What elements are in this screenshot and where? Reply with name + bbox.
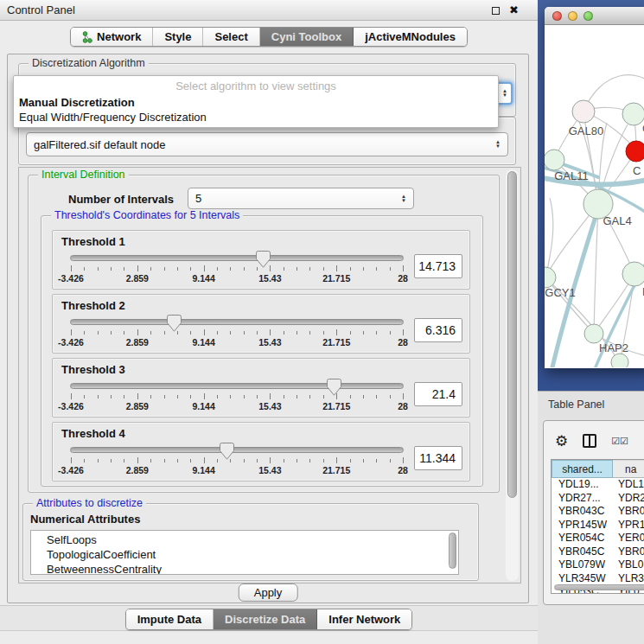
vertical-scrollbar[interactable] (506, 169, 519, 581)
node-h[interactable] (622, 262, 644, 286)
application-right-area: GAL80 GA C GAL11 GAL4 GCY1 H HAP2 Table … (538, 0, 644, 644)
node-selected-red[interactable] (626, 141, 644, 162)
numerical-attributes-list[interactable]: SelfLoopsTopologicalCoefficientBetweenne… (30, 530, 459, 575)
table-cell[interactable]: YPR145W (552, 519, 613, 532)
table-cell[interactable]: YBR045C (552, 545, 613, 559)
node-gal11[interactable] (545, 150, 564, 170)
table-row[interactable]: YPR145WYPR1 (552, 519, 644, 532)
control-panel-titlebar: Control Panel ✖ (0, 0, 538, 21)
table-cell[interactable]: YDR27... (552, 492, 613, 506)
table-cell[interactable]: YDL19... (552, 478, 613, 492)
tab-label: Select (214, 30, 247, 43)
float-window-button[interactable] (492, 7, 500, 15)
svg-text:C: C (633, 164, 641, 177)
algorithm-option[interactable]: Manual Discretization (14, 95, 498, 110)
node-gal80[interactable] (572, 100, 595, 123)
tab-network[interactable]: Network (71, 28, 153, 46)
tick-label: 28 (398, 273, 408, 284)
column-layout-icon[interactable] (583, 434, 596, 448)
network-window-titlebar (545, 7, 644, 25)
table-row[interactable]: YBR045CYBR0 (552, 545, 644, 559)
table-cell[interactable]: YBR043C (552, 505, 613, 519)
table-cell[interactable]: YBR0 (613, 505, 644, 519)
table-row[interactable]: YDL19...YDL1 (552, 478, 644, 492)
algorithm-option[interactable]: Equal Width/Frequency Discretization (14, 110, 498, 124)
attribute-list-item[interactable]: TopologicalCoefficient (47, 547, 458, 562)
select-columns-icon[interactable]: ☑☑ (611, 436, 628, 447)
threshold-value-input[interactable] (414, 382, 462, 406)
slider-tick-labels: -3.4262.8599.14415.4321.71528 (71, 273, 403, 284)
network-icon (82, 31, 92, 43)
threshold-value-input[interactable] (414, 318, 462, 342)
table-cell[interactable]: YDL1 (613, 478, 644, 492)
tab-jactivemnodules[interactable]: jActiveMNodules (354, 28, 467, 46)
table-cell[interactable]: YDR2 (613, 492, 644, 506)
node-attribute-table: shared... na YDL19...YDL1YDR27...YDR2YBR… (551, 459, 644, 594)
tab-discretize-data[interactable]: Discretize Data (214, 609, 317, 629)
network-nodes[interactable] (545, 100, 644, 367)
gear-icon[interactable]: ⚙ (555, 434, 568, 449)
apply-button[interactable]: Apply (239, 583, 298, 602)
combo-stepper[interactable]: ▲▼ (398, 194, 406, 203)
table-data-combobox[interactable]: galFiltered.sif default node ▲▼ (26, 132, 508, 156)
table-cell[interactable]: YBL079W (552, 558, 613, 572)
tab-style[interactable]: Style (153, 28, 203, 46)
threshold-slider[interactable]: -3.4262.8599.14415.4321.71528 (70, 378, 404, 414)
table-cell[interactable]: YER054C (552, 532, 613, 545)
tick-label: 15.43 (258, 401, 281, 411)
node-ga[interactable] (622, 103, 644, 125)
slider-track[interactable] (70, 255, 404, 261)
table-row[interactable]: YBR043CYBR0 (552, 505, 644, 519)
tab-select[interactable]: Select (203, 28, 259, 46)
minimize-traffic-light[interactable] (568, 11, 577, 21)
close-traffic-light[interactable] (552, 11, 562, 21)
network-canvas[interactable]: GAL80 GA C GAL11 GAL4 GCY1 H HAP2 (545, 25, 644, 367)
close-window-icon[interactable]: ✖ (509, 6, 519, 15)
number-of-intervals-combobox[interactable]: 5 ▲▼ (188, 188, 414, 209)
node-hap2[interactable] (584, 324, 603, 343)
number-of-intervals-value: 5 (195, 192, 201, 205)
table-cell[interactable]: YER0 (613, 532, 644, 545)
horizontal-scrollbar-thumb[interactable] (554, 584, 644, 590)
table-row[interactable]: YBL079WYBL0 (552, 558, 644, 572)
slider-track[interactable] (70, 319, 404, 325)
threshold-slider[interactable]: -3.4262.8599.14415.4321.71528 (70, 442, 404, 478)
tab-cyni-toolbox[interactable]: Cyni Toolbox (260, 28, 354, 46)
table-cell[interactable]: YBL0 (613, 558, 644, 572)
attribute-list-scrollbar-thumb[interactable] (449, 532, 456, 569)
combo-stepper[interactable]: ▲▼ (499, 89, 507, 98)
threshold-slider[interactable]: -3.4262.8599.14415.4321.71528 (70, 250, 404, 286)
numerical-attributes-label: Numerical Attributes (30, 513, 140, 526)
table-cell[interactable]: YBR0 (613, 545, 644, 559)
table-row[interactable]: YLR345WYLR3 (552, 572, 644, 586)
slider-tick-labels: -3.4262.8599.14415.4321.71528 (71, 401, 403, 411)
interval-definition-group: Interval Definition Number of Intervals … (28, 175, 500, 493)
table-cell[interactable]: YLR345W (552, 572, 613, 586)
network-view-window[interactable]: GAL80 GA C GAL11 GAL4 GCY1 H HAP2 (545, 7, 644, 368)
node-gcy1[interactable] (545, 267, 556, 288)
table-row[interactable]: YER054CYER0 (552, 532, 644, 545)
combo-stepper[interactable]: ▲▼ (492, 140, 501, 149)
tab-infer-network[interactable]: Infer Network (317, 609, 411, 629)
slider-track[interactable] (70, 383, 404, 389)
table-cell[interactable]: YPR1 (613, 519, 644, 532)
control-panel: Control Panel ✖ Network Style Select Cyn… (0, 0, 538, 644)
node-table-body: YDL19...YDL1YDR27...YDR2YBR043CYBR0YPR14… (552, 478, 644, 594)
threshold-value-input[interactable] (414, 446, 462, 470)
threshold-value-input[interactable] (414, 254, 462, 278)
threshold-1-group: Threshold 1 -3.4262.8599.14415.4321.7152… (52, 230, 470, 290)
table-row[interactable]: YDR27...YDR2 (552, 492, 644, 506)
attribute-list-item[interactable]: BetweennessCentrality (47, 562, 458, 575)
zoom-traffic-light[interactable] (583, 11, 593, 21)
threshold-slider[interactable]: -3.4262.8599.14415.4321.71528 (70, 314, 404, 350)
table-cell[interactable]: YLR3 (613, 572, 644, 586)
node-partial[interactable] (611, 354, 628, 367)
group-title: Discretization Algorithm (29, 57, 149, 69)
column-header-shared-name[interactable]: shared... (552, 460, 613, 478)
algorithm-placeholder-option[interactable]: Select algorithm to view settings (14, 78, 498, 95)
column-header-name[interactable]: na (613, 460, 644, 478)
tab-impute-data[interactable]: Impute Data (126, 609, 214, 629)
attribute-list-item[interactable]: SelfLoops (47, 532, 458, 547)
vertical-scrollbar-thumb[interactable] (507, 171, 517, 498)
slider-track[interactable] (70, 447, 404, 453)
